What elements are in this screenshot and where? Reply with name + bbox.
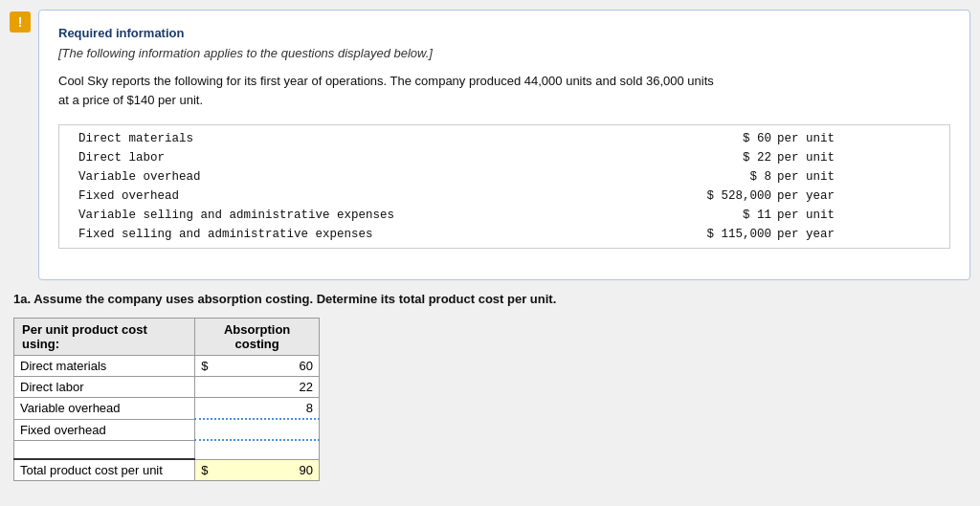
blank-label xyxy=(14,440,195,459)
cost-value-4: $ 528,000 xyxy=(549,187,772,206)
cost-value-6: $ 115,000 xyxy=(549,225,772,244)
total-value[interactable]: $ 90 xyxy=(195,459,320,481)
label-variable-overhead: Variable overhead xyxy=(14,398,195,420)
cost-value-2: $ 22 xyxy=(549,148,772,167)
table-row-direct-labor: Direct labor 22 xyxy=(14,377,320,398)
cost-label-1: Direct materials xyxy=(59,129,549,148)
total-label: Total product cost per unit xyxy=(14,459,195,481)
question-1a-text: 1a. Assume the company uses absorption c… xyxy=(13,292,967,306)
cost-label-2: Direct labor xyxy=(59,148,549,167)
cost-label-5: Variable selling and administrative expe… xyxy=(59,206,549,225)
col2-header: Absorption costing xyxy=(195,319,320,356)
cost-value-1: $ 60 xyxy=(549,129,772,148)
value-direct-labor[interactable]: 22 xyxy=(195,377,320,398)
value-fixed-overhead[interactable] xyxy=(195,419,320,440)
absorption-table: Per unit product cost using: Absorption … xyxy=(13,318,320,481)
cost-row-3: Variable overhead $ 8 per unit xyxy=(59,167,949,187)
cost-row-2: Direct labor $ 22 per unit xyxy=(59,148,949,167)
alert-box: ! Required information [The following in… xyxy=(10,10,970,280)
value-direct-materials[interactable]: $ 60 xyxy=(195,356,320,377)
cost-value-3: $ 8 xyxy=(549,167,772,187)
description-text: Cool Sky reports the following for its f… xyxy=(58,72,950,109)
cost-unit-3: per unit xyxy=(771,167,949,187)
table-row-blank xyxy=(14,440,320,459)
cost-unit-1: per unit xyxy=(771,129,949,148)
cost-unit-4: per year xyxy=(771,187,949,206)
label-direct-labor: Direct labor xyxy=(14,377,195,398)
alert-icon: ! xyxy=(10,11,31,33)
col1-header: Per unit product cost using: xyxy=(14,319,195,356)
table-row-variable-overhead: Variable overhead 8 xyxy=(14,398,320,420)
required-info-title: Required information xyxy=(58,26,950,40)
cost-label-3: Variable overhead xyxy=(59,167,549,187)
cost-row-6: Fixed selling and administrative expense… xyxy=(59,225,949,244)
cost-info-box: Direct materials $ 60 per unit Direct la… xyxy=(58,124,950,249)
italic-subtitle: [The following information applies to th… xyxy=(58,46,950,60)
main-content: Required information [The following info… xyxy=(38,10,970,280)
cost-label-4: Fixed overhead xyxy=(59,187,549,206)
cost-row-5: Variable selling and administrative expe… xyxy=(59,206,949,225)
cost-unit-5: per unit xyxy=(771,206,949,225)
table-row-total: Total product cost per unit $ 90 xyxy=(14,459,320,481)
page-container: ! Required information [The following in… xyxy=(10,10,970,481)
cost-unit-2: per unit xyxy=(771,148,949,167)
blank-value[interactable] xyxy=(195,440,320,459)
cost-unit-6: per year xyxy=(771,225,949,244)
cost-row-4: Fixed overhead $ 528,000 per year xyxy=(59,187,949,206)
cost-value-5: $ 11 xyxy=(549,206,772,225)
label-fixed-overhead: Fixed overhead xyxy=(14,419,195,440)
table-row-fixed-overhead: Fixed overhead xyxy=(14,419,320,440)
table-row-direct-materials: Direct materials $ 60 xyxy=(14,356,320,377)
question-1a-section: 1a. Assume the company uses absorption c… xyxy=(10,292,970,481)
value-variable-overhead[interactable]: 8 xyxy=(195,398,320,420)
label-direct-materials: Direct materials xyxy=(14,356,195,377)
cost-row-1: Direct materials $ 60 per unit xyxy=(59,129,949,148)
cost-label-6: Fixed selling and administrative expense… xyxy=(59,225,549,244)
